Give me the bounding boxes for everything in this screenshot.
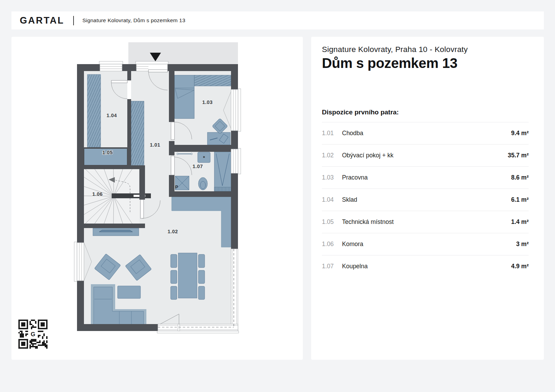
room-name: Koupelna — [342, 263, 511, 270]
bed — [174, 75, 194, 119]
room-code: 1.03 — [322, 174, 342, 181]
wardrobe-hallway — [131, 101, 144, 166]
sink — [198, 152, 210, 163]
details-card: Signature Kolovraty, Praha 10 - Kolovrat… — [311, 37, 544, 360]
room-label-technical: 1.05 — [102, 150, 113, 155]
room-code: 1.07 — [322, 263, 342, 270]
floorplan-card: 1.01 1.02 1.03 1.04 1.05 1.06 1.07 P G — [11, 37, 303, 360]
room-area: 3 m² — [516, 241, 529, 248]
desk — [207, 132, 230, 145]
room-area: 4.9 m² — [511, 263, 529, 270]
wardrobe-study — [194, 75, 231, 86]
header-subtitle: Signature Kolovraty, Dům s pozemkem 13 — [82, 17, 185, 24]
room-area: 8.6 m² — [511, 174, 529, 181]
washer-label: P — [175, 184, 178, 190]
table-row: 1.02 Obývací pokoj + kk 35.7 m² — [322, 144, 529, 166]
room-label-hall: 1.01 — [150, 142, 160, 148]
room-name: Obývací pokoj + kk — [342, 152, 508, 159]
room-code: 1.06 — [322, 241, 342, 248]
shower — [214, 152, 231, 191]
dining-set — [171, 253, 205, 299]
room-name: Komora — [342, 241, 516, 248]
room-code: 1.02 — [322, 152, 342, 159]
room-name: Sklad — [342, 196, 511, 203]
qr-code: G — [18, 320, 48, 349]
floor-plan: 1.01 1.02 1.03 1.04 1.05 1.06 1.07 P — [11, 37, 303, 360]
qr-center-letter: G — [31, 331, 35, 338]
stair-railing — [112, 193, 151, 198]
room-table: 1.01 Chodba 9.4 m² 1.02 Obývací pokoj + … — [322, 122, 529, 277]
room-name: Chodba — [342, 130, 511, 137]
table-row: 1.03 Pracovna 8.6 m² — [322, 166, 529, 189]
project-location: Signature Kolovraty, Praha 10 - Kolovrat… — [322, 45, 468, 54]
room-code: 1.05 — [322, 218, 342, 226]
room-area: 35.7 m² — [508, 152, 529, 159]
wardrobe-storage-room — [87, 75, 101, 147]
room-label-storage: 1.04 — [106, 113, 117, 118]
room-label-stairs: 1.06 — [92, 191, 103, 197]
header-bar: GARTAL Signature Kolovraty, Dům s pozemk… — [11, 11, 544, 29]
room-area: 1.4 m² — [511, 218, 529, 226]
room-name: Pracovna — [342, 174, 511, 181]
room-code: 1.04 — [322, 196, 342, 203]
table-row: 1.04 Sklad 6.1 m² — [322, 189, 529, 211]
table-row: 1.05 Technická místnost 1.4 m² — [322, 211, 529, 233]
table-row: 1.06 Komora 3 m² — [322, 233, 529, 255]
table-row: 1.01 Chodba 9.4 m² — [322, 122, 529, 144]
room-code: 1.01 — [322, 130, 342, 137]
room-label-study: 1.03 — [202, 99, 213, 105]
toilet — [198, 177, 207, 190]
room-area: 6.1 m² — [511, 196, 529, 203]
table-row: 1.07 Koupelna 4.9 m² — [322, 255, 529, 277]
page-title: Dům s pozemkem 13 — [322, 55, 458, 71]
coffee-table — [118, 286, 140, 298]
section-heading: Dispozice prvního patra: — [322, 108, 399, 116]
brand-logo: GARTAL — [20, 15, 64, 26]
room-label-bathroom: 1.07 — [193, 164, 203, 169]
header-divider — [73, 16, 74, 25]
sideboard-tv — [93, 228, 139, 236]
room-label-living: 1.02 — [168, 229, 178, 234]
room-area: 9.4 m² — [511, 130, 529, 137]
room-name: Technická místnost — [342, 218, 511, 226]
